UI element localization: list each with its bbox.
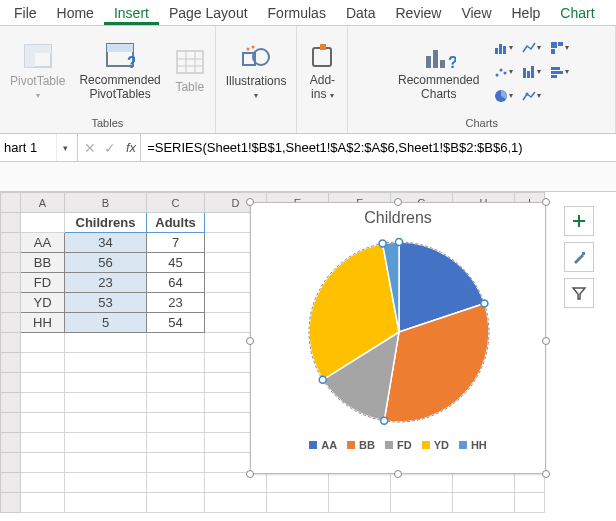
svg-rect-17 — [426, 56, 431, 68]
svg-point-40 — [381, 417, 388, 424]
formula-input[interactable] — [140, 134, 616, 161]
scatter-chart-button[interactable]: ▾ — [491, 61, 515, 83]
pie-chart-plot[interactable] — [251, 229, 547, 435]
table-label: Table — [175, 81, 204, 94]
tab-home[interactable]: Home — [47, 1, 104, 25]
recommended-pivottables-button[interactable]: ? RecommendedPivotTables — [73, 40, 166, 102]
cell-a3[interactable]: BB — [21, 253, 65, 273]
resize-handle[interactable] — [246, 198, 254, 206]
svg-rect-21 — [495, 48, 498, 54]
resize-handle[interactable] — [246, 470, 254, 478]
tab-help[interactable]: Help — [502, 1, 551, 25]
pivottable-button[interactable]: PivotTable ▾ — [4, 41, 71, 101]
svg-point-27 — [495, 73, 498, 76]
select-all-cell[interactable] — [1, 193, 21, 213]
cell-c6[interactable]: 54 — [147, 313, 205, 333]
svg-point-37 — [525, 92, 528, 95]
name-box[interactable] — [0, 140, 56, 155]
enter-formula-icon[interactable]: ✓ — [104, 140, 116, 156]
svg-rect-35 — [551, 75, 557, 78]
line-chart-button[interactable]: ▾ — [519, 37, 543, 59]
svg-rect-32 — [531, 66, 534, 78]
col-header-b[interactable]: B — [65, 193, 147, 213]
chart-styles-button[interactable] — [564, 242, 594, 272]
svg-rect-6 — [177, 51, 203, 73]
table-button[interactable]: Table — [169, 47, 211, 96]
resize-handle[interactable] — [246, 337, 254, 345]
cell-b2[interactable]: 34 — [65, 233, 147, 253]
resize-handle[interactable] — [394, 470, 402, 478]
cell-b5[interactable]: 53 — [65, 293, 147, 313]
pivottable-label: PivotTable — [10, 75, 65, 88]
statistic-chart-button[interactable]: ▾ — [519, 61, 543, 83]
tab-insert[interactable]: Insert — [104, 1, 159, 25]
tab-review[interactable]: Review — [386, 1, 452, 25]
svg-rect-33 — [551, 67, 560, 70]
col-header-c[interactable]: C — [147, 193, 205, 213]
chevron-down-icon: ▾ — [36, 91, 40, 100]
svg-rect-46 — [582, 252, 585, 255]
svg-rect-19 — [440, 60, 445, 68]
cell-a2[interactable]: AA — [21, 233, 65, 253]
svg-rect-2 — [25, 45, 51, 53]
cell-b1[interactable]: Childrens — [65, 213, 147, 233]
treemap-button[interactable]: ▾ — [547, 37, 571, 59]
recommended-charts-button[interactable]: ? RecommendedCharts — [392, 40, 485, 102]
svg-point-43 — [396, 239, 403, 246]
cell-b3[interactable]: 56 — [65, 253, 147, 273]
tab-file[interactable]: File — [4, 1, 47, 25]
cell-c3[interactable]: 45 — [147, 253, 205, 273]
name-box-dropdown[interactable]: ▾ — [56, 134, 74, 161]
pie-chart-button[interactable]: ▾ — [491, 85, 515, 107]
svg-point-13 — [247, 48, 250, 51]
svg-text:?: ? — [448, 54, 456, 71]
svg-rect-25 — [558, 42, 563, 46]
col-header-a[interactable]: A — [21, 193, 65, 213]
group-label-charts: Charts — [466, 115, 498, 133]
svg-point-28 — [499, 68, 502, 71]
svg-rect-31 — [527, 71, 530, 78]
cell-c5[interactable]: 23 — [147, 293, 205, 313]
resize-handle[interactable] — [542, 198, 550, 206]
cell-a5[interactable]: YD — [21, 293, 65, 313]
tab-view[interactable]: View — [451, 1, 501, 25]
svg-point-29 — [503, 71, 506, 74]
svg-rect-16 — [320, 44, 326, 50]
chart-legend[interactable]: AA BB FD YD HH — [251, 435, 545, 457]
cell[interactable] — [21, 213, 65, 233]
tab-page-layout[interactable]: Page Layout — [159, 1, 258, 25]
embedded-chart[interactable]: Childrens AA BB FD YD HH — [250, 202, 546, 474]
cancel-formula-icon[interactable]: ✕ — [84, 140, 96, 156]
cell-a6[interactable]: HH — [21, 313, 65, 333]
svg-rect-24 — [551, 42, 557, 48]
cell-c2[interactable]: 7 — [147, 233, 205, 253]
cell-a4[interactable]: FD — [21, 273, 65, 293]
tab-data[interactable]: Data — [336, 1, 386, 25]
cell-b4[interactable]: 23 — [65, 273, 147, 293]
resize-handle[interactable] — [542, 470, 550, 478]
cell-c4[interactable]: 64 — [147, 273, 205, 293]
row-header[interactable] — [1, 213, 21, 233]
chart-elements-button[interactable] — [564, 206, 594, 236]
resize-handle[interactable] — [394, 198, 402, 206]
svg-rect-22 — [499, 44, 502, 54]
illustrations-button[interactable]: Illustrations ▾ — [220, 41, 293, 101]
cell-b6[interactable]: 5 — [65, 313, 147, 333]
svg-rect-23 — [503, 46, 506, 54]
combo-chart-button[interactable]: ▾ — [519, 85, 543, 107]
tab-formulas[interactable]: Formulas — [258, 1, 336, 25]
cell-c1[interactable]: Adults — [147, 213, 205, 233]
svg-point-42 — [379, 240, 386, 247]
tab-chart[interactable]: Chart — [550, 1, 604, 25]
svg-rect-15 — [313, 48, 331, 66]
chart-title[interactable]: Childrens — [251, 203, 545, 229]
svg-rect-30 — [523, 68, 526, 78]
resize-handle[interactable] — [542, 337, 550, 345]
svg-rect-26 — [551, 49, 555, 54]
chevron-down-icon: ▾ — [254, 91, 258, 100]
bar-chart-button[interactable]: ▾ — [547, 61, 571, 83]
column-chart-button[interactable]: ▾ — [491, 37, 515, 59]
chart-filters-button[interactable] — [564, 278, 594, 308]
fx-label[interactable]: fx — [126, 140, 136, 155]
addins-button[interactable]: Add-ins ▾ — [301, 40, 343, 102]
